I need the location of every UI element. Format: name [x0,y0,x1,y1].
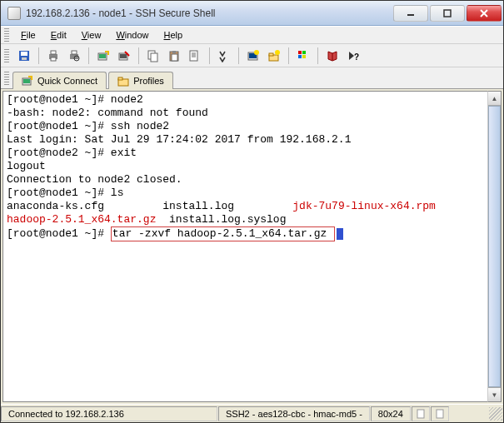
terminal-icon [247,49,260,62]
tab-label: Quick Connect [37,76,97,86]
svg-text:?: ? [354,52,359,62]
new-connection-button[interactable] [94,47,112,65]
menu-file[interactable]: File [14,28,42,42]
scroll-thumb[interactable] [488,106,501,387]
tabbar: Quick Connect Profiles [1,67,503,89]
titlebar[interactable]: 192.168.2.136 - node1 - SSH Secure Shell [1,1,503,26]
svg-rect-8 [51,51,56,54]
paste-icon [167,49,181,62]
terminal-output: [root@node1 ~]# node2 -bash: node2: comm… [7,93,484,241]
svg-rect-42 [118,77,122,80]
minimize-button[interactable] [393,5,428,22]
toolbar: ? [1,44,503,67]
svg-rect-9 [51,57,56,61]
preferences-button[interactable] [323,47,342,65]
terminal[interactable]: [root@node1 ~]# node2 -bash: node2: comm… [2,91,487,402]
edit-icon [188,49,202,62]
find-button[interactable] [215,47,233,65]
scroll-down-button[interactable]: ▼ [488,387,501,401]
doc-icon [415,408,427,420]
help-button[interactable]: ? [344,47,362,65]
edit-button[interactable] [186,47,204,65]
connect-icon [22,75,33,87]
svg-rect-35 [298,55,302,58]
close-icon [480,9,488,17]
svg-rect-14 [99,54,106,58]
statusbar: Connected to 192.168.2.136 SSH2 - aes128… [1,404,503,422]
help-icon: ? [347,49,360,62]
print-button[interactable] [44,47,62,65]
scrollbar[interactable]: ▲ ▼ [487,91,502,402]
status-icon-2 [431,406,449,421]
svg-rect-23 [190,51,197,61]
minimize-icon [407,9,415,17]
menu-window[interactable]: Window [109,28,155,42]
maximize-button[interactable] [430,5,465,22]
doc-icon [434,408,446,420]
disconnect-button[interactable] [115,47,133,65]
svg-rect-5 [21,52,27,56]
highlighted-command: tar -zxvf hadoop-2.5.1_x64.tar.gz [111,226,335,241]
svg-rect-19 [151,53,157,62]
svg-rect-1 [444,10,451,17]
menubar: File Edit View Window Help [1,26,503,44]
close-button[interactable] [467,5,502,22]
new-terminal-button[interactable] [244,47,262,65]
grip-icon[interactable] [4,72,9,85]
menu-view[interactable]: View [75,28,108,42]
save-button[interactable] [15,47,33,65]
svg-rect-11 [72,51,77,54]
svg-point-29 [254,50,259,55]
scroll-up-button[interactable]: ▲ [488,92,501,106]
status-icon-1 [412,406,430,421]
quick-connect-tab[interactable]: Quick Connect [12,72,107,89]
disconnect-icon [117,49,131,62]
svg-rect-40 [23,79,30,83]
svg-rect-43 [417,410,424,418]
colors-button[interactable] [294,47,312,65]
status-connection: Connected to 192.168.2.136 [1,406,217,421]
status-protocol: SSH2 - aes128-cbc - hmac-md5 - [218,406,370,421]
print-icon [47,49,60,62]
profiles-tab[interactable]: Profiles [108,72,173,89]
svg-rect-34 [302,51,306,54]
cursor-icon [337,228,343,240]
save-icon [17,49,31,62]
find-icon [217,49,231,62]
colors-icon [297,49,310,62]
window-title: 192.168.2.136 - node1 - SSH Secure Shell [26,7,215,19]
svg-rect-21 [172,54,177,61]
file-transfer-button[interactable] [265,47,283,65]
svg-rect-22 [172,51,176,53]
svg-rect-6 [22,57,27,60]
tab-label: Profiles [133,76,164,86]
grip-icon[interactable] [4,28,9,42]
transfer-icon [267,49,281,62]
print-preview-button[interactable] [65,47,83,65]
svg-point-32 [275,50,280,55]
connect-icon [97,49,110,62]
book-icon [326,49,339,62]
svg-rect-31 [269,53,273,56]
print-preview-icon [67,49,81,62]
svg-rect-16 [120,54,127,58]
menu-help[interactable]: Help [157,28,190,42]
svg-rect-44 [437,410,443,418]
copy-icon [147,49,160,62]
folder-icon [117,75,129,87]
resize-grip-icon[interactable] [489,407,502,421]
copy-button[interactable] [144,47,162,65]
app-window: 192.168.2.136 - node1 - SSH Secure Shell… [0,0,504,423]
menu-edit[interactable]: Edit [44,28,73,42]
maximize-icon [443,9,452,17]
grip-icon[interactable] [4,49,9,62]
svg-rect-36 [302,55,306,58]
paste-button[interactable] [165,47,183,65]
status-size: 80x24 [371,406,411,421]
app-icon [7,7,21,20]
svg-rect-33 [298,51,302,54]
scroll-track[interactable] [488,106,501,387]
